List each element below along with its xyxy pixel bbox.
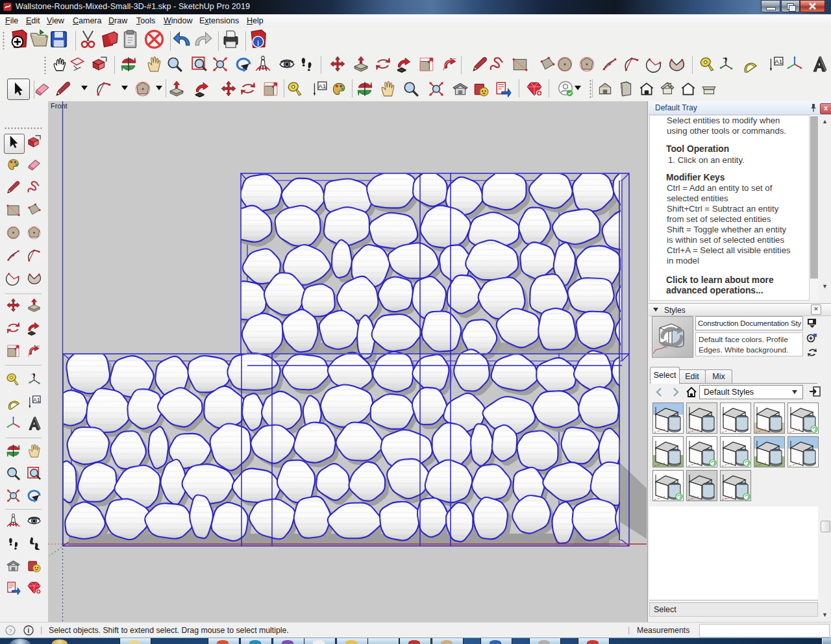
- svg-text:A1: A1: [318, 82, 326, 90]
- svg-text:i: i: [28, 627, 30, 634]
- svg-text:Front: Front: [51, 102, 68, 110]
- svg-text:A1: A1: [33, 397, 40, 403]
- svg-text:A1: A1: [775, 58, 782, 65]
- svg-text:i: i: [257, 38, 260, 47]
- svg-text:?: ?: [8, 628, 12, 634]
